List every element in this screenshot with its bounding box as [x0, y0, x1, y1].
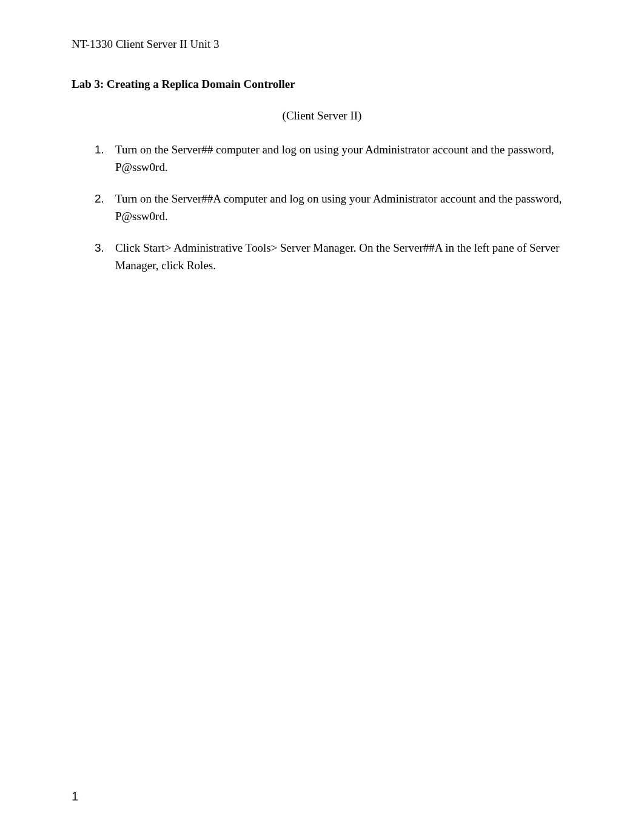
list-item-text: Turn on the Server## computer and log on…: [115, 141, 572, 176]
lab-title: Lab 3: Creating a Replica Domain Control…: [72, 78, 572, 91]
list-marker: 1.: [95, 141, 115, 176]
page-number: 1: [72, 790, 78, 803]
list-item: 3. Click Start> Administrative Tools> Se…: [95, 239, 572, 275]
document-page: NT-1330 Client Server II Unit 3 Lab 3: C…: [0, 0, 644, 318]
course-header: NT-1330 Client Server II Unit 3: [72, 38, 572, 51]
list-marker: 2.: [95, 190, 115, 226]
steps-list: 1. Turn on the Server## computer and log…: [72, 141, 572, 275]
list-marker: 3.: [95, 239, 115, 275]
list-item-text: Click Start> Administrative Tools> Serve…: [115, 239, 572, 275]
list-item: 1. Turn on the Server## computer and log…: [95, 141, 572, 176]
list-item: 2. Turn on the Server##A computer and lo…: [95, 190, 572, 226]
list-item-text: Turn on the Server##A computer and log o…: [115, 190, 572, 226]
lab-subtitle: (Client Server II): [72, 109, 572, 122]
